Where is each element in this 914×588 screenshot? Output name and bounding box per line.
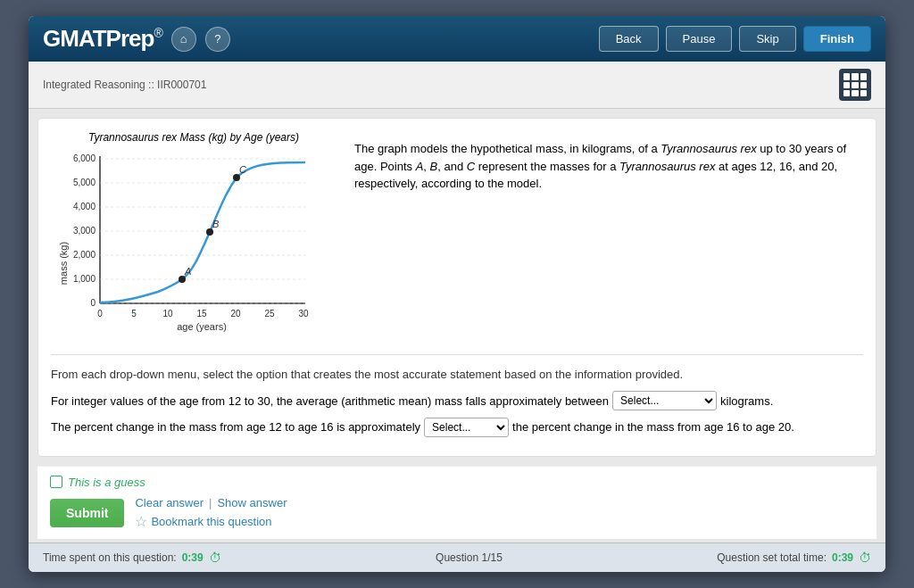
show-answer-link[interactable]: Show answer — [217, 496, 287, 509]
svg-point-27 — [206, 228, 213, 236]
svg-text:age (years): age (years) — [177, 321, 227, 332]
calc-dot — [852, 82, 858, 88]
svg-text:1,000: 1,000 — [73, 274, 96, 284]
svg-text:30: 30 — [298, 309, 309, 319]
bookmark-row: ☆ Bookmark this question — [135, 513, 287, 530]
footer-time-spent: Time spent on this question: 0:39 ⏱ — [43, 551, 221, 565]
footer: Time spent on this question: 0:39 ⏱ Ques… — [29, 542, 885, 572]
timer-icon: ⏱ — [209, 551, 221, 565]
total-time-label: Question set total time: — [717, 551, 827, 564]
clear-answer-link[interactable]: Clear answer — [135, 496, 204, 509]
calc-dot — [852, 90, 858, 96]
questions-area: From each drop-down menu, select the opt… — [51, 354, 863, 437]
question-progress: Question 1/15 — [436, 551, 503, 564]
calc-dot — [852, 73, 858, 79]
main-content: Tyrannosaurus rex Mass (kg) by Age (year… — [37, 118, 877, 456]
svg-text:2,000: 2,000 — [73, 250, 96, 260]
svg-text:15: 15 — [196, 309, 207, 319]
breadcrumb-bar: Integrated Reasoning :: IIR000701 — [29, 62, 885, 109]
submit-row: Submit Clear answer | Show answer ☆ Book… — [50, 496, 864, 530]
svg-text:10: 10 — [162, 309, 173, 319]
calc-dot — [843, 73, 850, 79]
header-right: Back Pause Skip Finish — [599, 26, 871, 52]
answer-links: Clear answer | Show answer ☆ Bookmark th… — [135, 496, 287, 530]
chart-title: Tyrannosaurus rex Mass (kg) by Age (year… — [51, 131, 337, 144]
calc-dot — [843, 82, 850, 88]
svg-text:0: 0 — [97, 309, 103, 319]
finish-button[interactable]: Finish — [803, 26, 871, 52]
calc-dot — [843, 90, 850, 96]
svg-text:A: A — [184, 266, 191, 277]
q1-dropdown[interactable]: Select... 1,000 and 2,000 2,000 and 3,00… — [612, 391, 717, 410]
calc-dot — [860, 82, 867, 88]
svg-text:C: C — [239, 164, 246, 175]
skip-button[interactable]: Skip — [739, 26, 795, 52]
time-spent-value: 0:39 — [182, 551, 204, 564]
footer-progress: Question 1/15 — [436, 551, 503, 564]
logo: GMATPrep® — [43, 25, 162, 53]
svg-text:3,000: 3,000 — [73, 226, 96, 236]
bookmark-link[interactable]: Bookmark this question — [151, 515, 271, 528]
total-timer-icon: ⏱ — [859, 551, 871, 565]
calc-dot — [860, 73, 867, 79]
question-row-1: For integer values of the age from 12 to… — [51, 391, 863, 411]
help-icon: ? — [214, 32, 220, 46]
calc-dot — [860, 90, 867, 96]
svg-text:4,000: 4,000 — [73, 202, 96, 211]
bottom-actions: This is a guess Submit Clear answer | Sh… — [37, 466, 877, 539]
footer-total-time: Question set total time: 0:39 ⏱ — [717, 551, 871, 565]
chart-svg: mass (kg) 0 1,000 2,000 3,00 — [51, 147, 319, 344]
svg-text:20: 20 — [230, 309, 241, 319]
logo-sup: ® — [154, 27, 162, 41]
question-instruction: From each drop-down menu, select the opt… — [51, 364, 863, 385]
q2-dropdown[interactable]: Select... less than equal to greater tha… — [424, 418, 509, 437]
svg-text:5: 5 — [131, 309, 137, 319]
guess-checkbox[interactable] — [50, 476, 62, 488]
submit-button[interactable]: Submit — [50, 499, 124, 527]
description-area: The graph models the hypothetical mass, … — [354, 131, 863, 344]
svg-text:25: 25 — [264, 309, 275, 319]
time-spent-label: Time spent on this question: — [43, 551, 177, 564]
svg-text:6,000: 6,000 — [73, 153, 96, 163]
chart-area: Tyrannosaurus rex Mass (kg) by Age (year… — [51, 131, 337, 344]
logo-text: GMATPrep — [43, 25, 154, 52]
guess-row: This is a guess — [50, 476, 864, 489]
pause-button[interactable]: Pause — [666, 26, 733, 52]
svg-point-25 — [179, 276, 186, 283]
svg-text:mass (kg): mass (kg) — [58, 242, 69, 285]
guess-label: This is a guess — [68, 476, 145, 489]
bookmark-star-icon: ☆ — [135, 513, 147, 530]
breadcrumb-text: Integrated Reasoning :: IIR000701 — [43, 79, 206, 91]
total-time-value: 0:39 — [832, 551, 853, 564]
app-window: GMATPrep® ⌂ ? Back Pause Skip Finish Int… — [29, 16, 885, 571]
q2-prefix: The percent change in the mass from age … — [51, 417, 420, 437]
answer-links-row: Clear answer | Show answer — [135, 496, 287, 509]
description-text: The graph models the hypothetical mass, … — [354, 140, 863, 193]
svg-text:B: B — [212, 219, 219, 229]
svg-text:5,000: 5,000 — [73, 178, 96, 187]
header-left: GMATPrep® ⌂ ? — [43, 25, 230, 53]
home-icon: ⌂ — [180, 32, 187, 46]
q1-suffix: kilograms. — [720, 391, 773, 411]
svg-point-29 — [233, 174, 240, 181]
header: GMATPrep® ⌂ ? Back Pause Skip Finish — [29, 16, 885, 62]
q1-prefix: For integer values of the age from 12 to… — [51, 391, 609, 411]
home-button[interactable]: ⌂ — [171, 27, 196, 52]
q2-suffix: the percent change in the mass from age … — [512, 417, 794, 437]
help-button[interactable]: ? — [205, 27, 230, 52]
question-row-2: The percent change in the mass from age … — [51, 417, 863, 437]
content-top: Tyrannosaurus rex Mass (kg) by Age (year… — [51, 131, 863, 344]
calculator-button[interactable] — [839, 69, 871, 101]
back-button[interactable]: Back — [599, 26, 659, 52]
svg-text:0: 0 — [90, 298, 96, 308]
